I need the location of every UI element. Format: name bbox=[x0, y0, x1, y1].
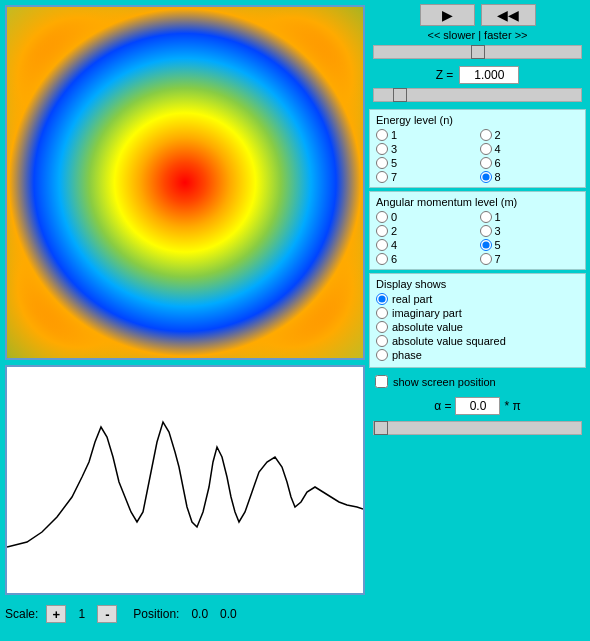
alpha-pi-label: * π bbox=[504, 399, 520, 413]
energy-radio-5[interactable] bbox=[376, 157, 388, 169]
energy-label-4: 4 bbox=[495, 143, 501, 155]
angular-option-5: 5 bbox=[480, 239, 580, 251]
angular-label-7: 7 bbox=[495, 253, 501, 265]
energy-label-2: 2 bbox=[495, 129, 501, 141]
display-option-absolute-squared: absolute value squared bbox=[376, 335, 579, 347]
energy-section: Energy level (n) 1 2 3 4 bbox=[369, 109, 586, 188]
energy-label-7: 7 bbox=[391, 171, 397, 183]
energy-radio-2[interactable] bbox=[480, 129, 492, 141]
angular-label-6: 6 bbox=[391, 253, 397, 265]
scale-value: 1 bbox=[74, 607, 89, 621]
display-option-imaginary: imaginary part bbox=[376, 307, 579, 319]
display-radio-absolute[interactable] bbox=[376, 321, 388, 333]
angular-radio-grid: 0 1 2 3 4 bbox=[376, 211, 579, 265]
alpha-slider[interactable] bbox=[373, 421, 582, 435]
angular-option-3: 3 bbox=[480, 225, 580, 237]
energy-label-5: 5 bbox=[391, 157, 397, 169]
energy-option-7: 7 bbox=[376, 171, 476, 183]
energy-label-1: 1 bbox=[391, 129, 397, 141]
energy-radio-grid: 1 2 3 4 5 bbox=[376, 129, 579, 183]
rewind-button[interactable]: ◀◀ bbox=[481, 4, 536, 26]
playback-controls: ▶ ◀◀ bbox=[369, 4, 586, 26]
energy-radio-3[interactable] bbox=[376, 143, 388, 155]
energy-radio-7[interactable] bbox=[376, 171, 388, 183]
show-position-row: show screen position bbox=[369, 371, 586, 392]
display-label-absolute: absolute value bbox=[392, 321, 463, 333]
angular-option-1: 1 bbox=[480, 211, 580, 223]
play-button[interactable]: ▶ bbox=[420, 4, 475, 26]
angular-label-4: 4 bbox=[391, 239, 397, 251]
energy-label-6: 6 bbox=[495, 157, 501, 169]
angular-label-2: 2 bbox=[391, 225, 397, 237]
alpha-slider-container bbox=[369, 421, 586, 438]
position-y: 0.0 bbox=[220, 607, 237, 621]
left-panel: Scale: + 1 - Position: 0.0 0.0 bbox=[0, 0, 365, 641]
energy-option-6: 6 bbox=[480, 157, 580, 169]
z-input[interactable]: 1.000 bbox=[459, 66, 519, 84]
z-label: Z = bbox=[436, 68, 454, 82]
z-slider[interactable] bbox=[373, 88, 582, 102]
angular-option-2: 2 bbox=[376, 225, 476, 237]
angular-title: Angular momentum level (m) bbox=[376, 196, 579, 208]
energy-option-2: 2 bbox=[480, 129, 580, 141]
speed-slider[interactable] bbox=[373, 45, 582, 59]
energy-radio-8[interactable] bbox=[480, 171, 492, 183]
alpha-input[interactable] bbox=[455, 397, 500, 415]
angular-label-1: 1 bbox=[495, 211, 501, 223]
energy-option-3: 3 bbox=[376, 143, 476, 155]
display-label-absolute-squared: absolute value squared bbox=[392, 335, 506, 347]
alpha-label: α = bbox=[434, 399, 451, 413]
energy-radio-4[interactable] bbox=[480, 143, 492, 155]
angular-section: Angular momentum level (m) 0 1 2 3 bbox=[369, 191, 586, 270]
spacer bbox=[369, 442, 586, 637]
display-label-phase: phase bbox=[392, 349, 422, 361]
angular-label-0: 0 bbox=[391, 211, 397, 223]
show-position-label: show screen position bbox=[393, 376, 496, 388]
display-label-real: real part bbox=[392, 293, 432, 305]
show-position-checkbox[interactable] bbox=[375, 375, 388, 388]
angular-label-5: 5 bbox=[495, 239, 501, 251]
energy-radio-6[interactable] bbox=[480, 157, 492, 169]
waveform-area bbox=[5, 365, 365, 595]
angular-label-3: 3 bbox=[495, 225, 501, 237]
angular-radio-1[interactable] bbox=[480, 211, 492, 223]
speed-slider-container bbox=[369, 45, 586, 62]
display-label-imaginary: imaginary part bbox=[392, 307, 462, 319]
alpha-row: α = * π bbox=[369, 395, 586, 417]
position-label: Position: bbox=[133, 607, 179, 621]
angular-option-4: 4 bbox=[376, 239, 476, 251]
display-radio-imaginary[interactable] bbox=[376, 307, 388, 319]
angular-radio-6[interactable] bbox=[376, 253, 388, 265]
energy-title: Energy level (n) bbox=[376, 114, 579, 126]
angular-option-6: 6 bbox=[376, 253, 476, 265]
energy-option-8: 8 bbox=[480, 171, 580, 183]
angular-radio-2[interactable] bbox=[376, 225, 388, 237]
angular-option-7: 7 bbox=[480, 253, 580, 265]
display-option-real: real part bbox=[376, 293, 579, 305]
display-section: Display shows real part imaginary part a… bbox=[369, 273, 586, 368]
angular-radio-4[interactable] bbox=[376, 239, 388, 251]
angular-radio-7[interactable] bbox=[480, 253, 492, 265]
scale-plus-button[interactable]: + bbox=[46, 605, 66, 623]
orbital-visualization bbox=[7, 7, 363, 358]
energy-label-3: 3 bbox=[391, 143, 397, 155]
energy-option-1: 1 bbox=[376, 129, 476, 141]
speed-label: << slower | faster >> bbox=[369, 29, 586, 41]
scale-label: Scale: bbox=[5, 607, 38, 621]
angular-radio-5[interactable] bbox=[480, 239, 492, 251]
main-layout: Scale: + 1 - Position: 0.0 0.0 ▶ ◀◀ << s… bbox=[0, 0, 590, 641]
energy-radio-1[interactable] bbox=[376, 129, 388, 141]
right-panel: ▶ ◀◀ << slower | faster >> Z = 1.000 Ene… bbox=[365, 0, 590, 641]
angular-radio-0[interactable] bbox=[376, 211, 388, 223]
display-title: Display shows bbox=[376, 278, 579, 290]
angular-radio-3[interactable] bbox=[480, 225, 492, 237]
display-radio-real[interactable] bbox=[376, 293, 388, 305]
display-option-absolute: absolute value bbox=[376, 321, 579, 333]
display-radio-absolute-squared[interactable] bbox=[376, 335, 388, 347]
bottom-bar: Scale: + 1 - Position: 0.0 0.0 bbox=[5, 600, 360, 628]
scale-minus-button[interactable]: - bbox=[97, 605, 117, 623]
energy-option-4: 4 bbox=[480, 143, 580, 155]
waveform-svg bbox=[7, 367, 363, 593]
energy-option-5: 5 bbox=[376, 157, 476, 169]
display-radio-phase[interactable] bbox=[376, 349, 388, 361]
